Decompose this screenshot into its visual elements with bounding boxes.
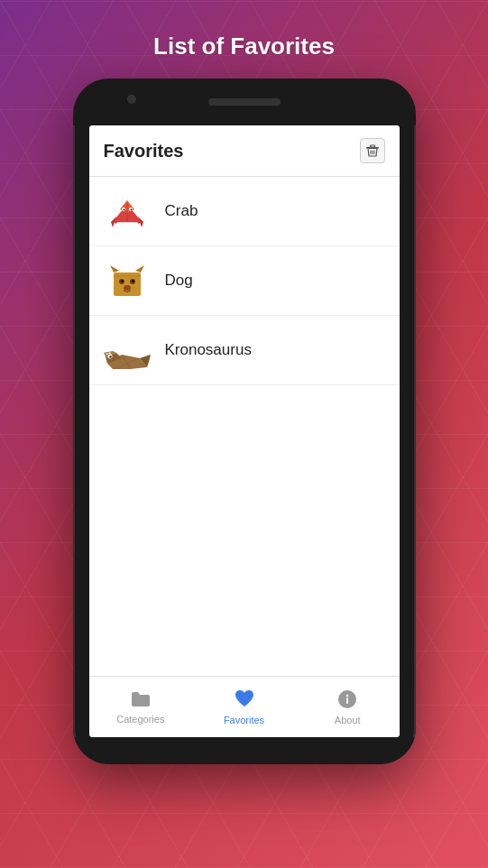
phone-frame: Favorites (73, 78, 416, 764)
trash-button[interactable] (360, 138, 385, 163)
nav-item-about[interactable]: About (296, 689, 400, 725)
svg-rect-37 (346, 697, 348, 704)
dog-label: Dog (165, 272, 193, 290)
crab-image (104, 188, 151, 235)
favorites-list: Crab (89, 177, 400, 676)
list-item-crab[interactable]: Crab (89, 177, 400, 246)
favorites-header-title: Favorites (104, 141, 184, 162)
camera (127, 95, 136, 104)
phone-top-bar (73, 78, 416, 125)
list-item-kronosaurus[interactable]: Kronosaurus (89, 316, 400, 385)
kronosaurus-image (104, 327, 151, 374)
svg-point-24 (124, 285, 131, 291)
svg-point-14 (130, 209, 132, 211)
nav-item-categories[interactable]: Categories (89, 690, 193, 725)
svg-marker-19 (135, 265, 144, 272)
speaker (208, 98, 281, 106)
page-title: List of Favorites (153, 32, 335, 60)
bottom-nav: Categories Favorites (89, 676, 400, 737)
phone-screen: Favorites (89, 125, 400, 737)
svg-point-23 (132, 280, 134, 282)
favorites-icon (234, 688, 255, 712)
favorites-nav-label: Favorites (224, 715, 264, 725)
kronosaurus-label: Kronosaurus (165, 341, 252, 359)
phone-bottom-bar (73, 737, 416, 764)
dog-image (104, 257, 151, 304)
svg-rect-1 (370, 145, 374, 147)
svg-point-31 (109, 356, 111, 357)
about-nav-label: About (335, 715, 361, 725)
categories-icon (131, 690, 151, 711)
screen-header: Favorites (89, 125, 400, 177)
crab-label: Crab (165, 202, 198, 220)
svg-point-38 (346, 694, 348, 696)
svg-point-13 (123, 209, 124, 211)
list-item-dog[interactable]: Dog (89, 246, 400, 316)
svg-marker-18 (110, 265, 119, 272)
svg-point-22 (121, 280, 123, 282)
nav-item-favorites[interactable]: Favorites (192, 688, 296, 725)
about-icon (337, 689, 357, 712)
categories-nav-label: Categories (116, 714, 164, 725)
